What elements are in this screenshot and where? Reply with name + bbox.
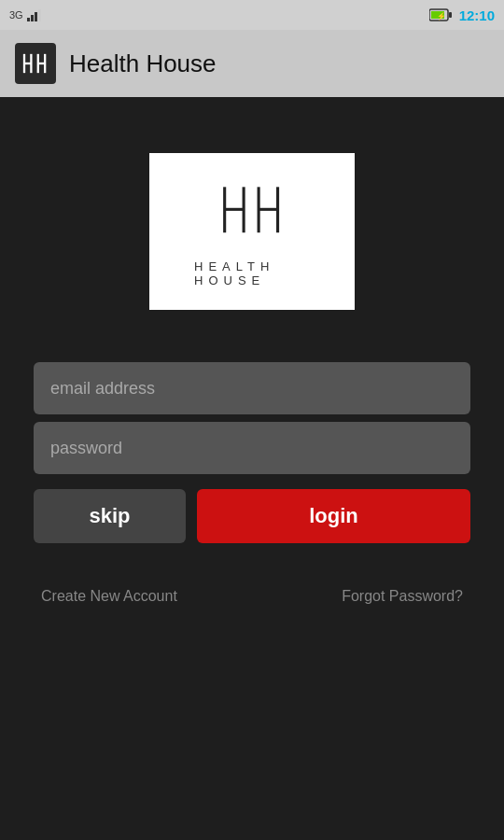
network-indicator: 3G [9, 8, 44, 21]
login-form: skip login [34, 362, 470, 543]
logo-container: HEALTH HOUSE [149, 153, 355, 310]
create-account-link[interactable]: Create New Account [41, 588, 177, 605]
status-icons: ⚡ 12:10 [429, 7, 495, 23]
svg-rect-1 [31, 15, 34, 21]
main-content: HEALTH HOUSE skip login Create New Accou… [0, 97, 504, 840]
login-button[interactable]: login [197, 489, 470, 543]
email-input[interactable] [34, 362, 470, 414]
svg-rect-2 [35, 12, 37, 21]
svg-rect-6 [449, 12, 452, 18]
bottom-links: Create New Account Forgot Password? [34, 588, 470, 605]
brand-logo-icon [215, 179, 289, 245]
battery-icon: ⚡ [429, 8, 452, 21]
status-bar: 3G ⚡ 12:10 [0, 0, 504, 30]
action-buttons: skip login [34, 489, 470, 543]
app-bar: Health House [0, 30, 504, 97]
svg-rect-0 [27, 18, 30, 21]
brand-name: HEALTH HOUSE [194, 259, 310, 287]
app-logo-icon [22, 52, 49, 75]
signal-icon [27, 8, 44, 21]
forgot-password-link[interactable]: Forgot Password? [342, 588, 463, 605]
app-title: Health House [69, 49, 217, 78]
svg-text:⚡: ⚡ [437, 11, 446, 21]
status-time: 12:10 [459, 7, 495, 23]
app-icon [15, 43, 56, 84]
network-type: 3G [9, 9, 23, 21]
password-input[interactable] [34, 422, 470, 474]
skip-button[interactable]: skip [34, 489, 186, 543]
svg-rect-3 [38, 9, 41, 21]
